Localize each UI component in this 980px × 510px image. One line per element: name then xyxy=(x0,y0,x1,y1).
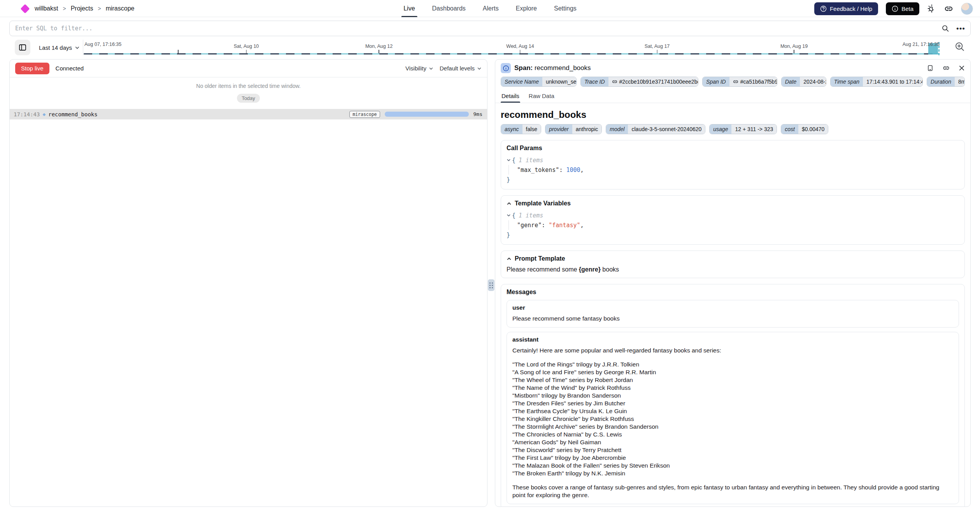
link-icon[interactable] xyxy=(612,79,617,84)
grip-icon[interactable] xyxy=(488,279,494,291)
default-levels-dropdown[interactable]: Default levels xyxy=(440,65,482,72)
beta-button[interactable]: Beta xyxy=(886,2,919,15)
close-icon[interactable] xyxy=(959,65,965,71)
timeline-tick: Sat, Aug 10 xyxy=(234,44,259,53)
panel-left-icon xyxy=(18,43,27,52)
template-variables-card: Template Variables { 1 items "genre": "f… xyxy=(501,195,965,245)
book-list: "The Lord of the Rings" trilogy by J.R.R… xyxy=(512,361,953,477)
main-area: Stop live Connected Visibility Default l… xyxy=(9,59,971,507)
span-diamond-icon: ◆ xyxy=(42,111,46,117)
chevron-down-icon xyxy=(477,66,482,71)
search-icon[interactable] xyxy=(941,25,949,32)
brand-logo-icon xyxy=(20,4,30,13)
empty-window-message: No older items in the selected time wind… xyxy=(10,83,487,89)
prompt-template-card: Prompt Template Please recommend some {g… xyxy=(501,251,965,278)
messages-title: Messages xyxy=(507,289,959,296)
time-range-select[interactable]: Last 14 days xyxy=(39,40,80,55)
prompt-template-text: Please recommend some {genre} books xyxy=(507,266,959,273)
call-params-card: Call Params { 1 items "max_tokens": 1000… xyxy=(501,140,965,189)
span-list-item[interactable]: 17:14:43 ◆ recommend_books mirascope 9ms xyxy=(10,109,487,119)
prompt-template-title[interactable]: Prompt Template xyxy=(507,255,959,262)
span-detail-header: Span: recommend_books xyxy=(495,60,970,76)
chevron-right-icon: > xyxy=(97,5,102,12)
zoom-in-button[interactable] xyxy=(954,41,965,52)
book-line: "The Broken Earth" trilogy by N.K. Jemis… xyxy=(512,470,953,477)
book-line: "American Gods" by Neil Gaiman xyxy=(512,438,953,446)
timeline-start-label: Aug 07, 17:16:35 xyxy=(84,42,121,47)
panel-resize-handle[interactable] xyxy=(487,59,495,507)
nav-tab[interactable]: Alerts xyxy=(483,0,499,17)
beta-label: Beta xyxy=(901,5,913,12)
sidebar-toggle-button[interactable] xyxy=(15,40,30,55)
book-line: "The Malazan Book of the Fallen" series … xyxy=(512,462,953,470)
detail-tabs: DetailsRaw Data xyxy=(495,91,970,103)
timeline-plot[interactable]: Aug 07, 17:16:35 Sat, Aug 10 Mon, Aug 12… xyxy=(84,40,940,55)
avatar[interactable] xyxy=(961,3,973,15)
zoom-in-icon xyxy=(954,41,965,52)
duration-bar xyxy=(385,112,469,117)
info-circle-icon xyxy=(503,65,509,72)
call-params-json: { 1 items "max_tokens": 1000, } xyxy=(507,155,959,184)
span-name: recommend_books xyxy=(48,111,97,117)
span-name-text: recommend_books xyxy=(533,64,591,72)
book-line: "Mistborn" trilogy by Brandon Sanderson xyxy=(512,392,953,400)
share-link-icon[interactable] xyxy=(944,4,953,13)
nav-tab[interactable]: Settings xyxy=(554,0,577,17)
timeline-tick: Wed, Aug 14 xyxy=(506,44,534,53)
meta-badge: Span ID #ca51b6a7f5b9dd7f xyxy=(702,77,777,87)
chevron-down-icon xyxy=(75,45,80,50)
breadcrumb: willbakst > Projects > mirascope xyxy=(22,0,134,17)
meta-badge: Time span 17:14:43.901 to 17:14:43.909 xyxy=(830,77,923,87)
default-levels-label: Default levels xyxy=(440,65,475,72)
book-line: "The First Law" trilogy by Joe Abercromb… xyxy=(512,454,953,462)
duration-text: 9ms xyxy=(473,111,482,117)
collapse-caret-icon[interactable] xyxy=(507,158,511,162)
messages-card: Messages user Please recommend some fant… xyxy=(501,284,965,507)
detail-tab[interactable]: Details xyxy=(501,93,519,103)
sql-filter-input[interactable] xyxy=(9,21,971,36)
timeline-bar: Last 14 days Aug 07, 17:16:35 Sat, Aug 1… xyxy=(9,39,971,57)
info-circle-icon xyxy=(892,5,898,12)
span-title-heading: recommend_books xyxy=(501,109,965,120)
collapse-caret-icon[interactable] xyxy=(507,213,511,217)
timeline-tick xyxy=(178,50,179,53)
timeline-end-label: Aug 21, 17:16:35 xyxy=(903,42,940,47)
span-panel-title: Span: recommend_books xyxy=(514,64,591,72)
chevron-right-icon: > xyxy=(62,5,67,12)
detail-tab[interactable]: Raw Data xyxy=(529,93,554,103)
span-time: 17:14:43 xyxy=(14,111,40,117)
template-variables-json: { 1 items "genre": "fantasy", } xyxy=(507,210,959,240)
detail-body: recommend_books async false provider ant… xyxy=(495,103,970,507)
book-line: "The Lord of the Rings" trilogy by J.R.R… xyxy=(512,361,953,368)
assistant-message: assistant Certainly! Here are some popul… xyxy=(507,332,959,504)
attribute-badge: async false xyxy=(501,124,541,134)
nav-tab[interactable]: Live xyxy=(403,0,415,17)
visibility-dropdown[interactable]: Visibility xyxy=(405,65,433,72)
chevron-up-icon xyxy=(507,256,512,261)
chevron-up-icon xyxy=(507,201,512,206)
copy-link-icon[interactable] xyxy=(943,65,950,72)
message-role: user xyxy=(512,304,953,311)
book-line: "The Discworld" series by Terry Pratchet… xyxy=(512,446,953,454)
connection-status: Connected xyxy=(56,65,84,72)
book-line: "The Dresden Files" series by Jim Butche… xyxy=(512,400,953,407)
breadcrumb-org[interactable]: willbakst xyxy=(35,5,58,12)
nav-tab[interactable]: Explore xyxy=(516,0,537,17)
template-variables-title[interactable]: Template Variables xyxy=(507,200,959,207)
theme-toggle-icon[interactable] xyxy=(927,4,936,13)
time-range-label: Last 14 days xyxy=(39,44,72,51)
feedback-help-button[interactable]: Feedback / Help xyxy=(814,2,878,15)
nav-tab[interactable]: Dashboards xyxy=(432,0,466,17)
dock-panel-icon[interactable] xyxy=(927,65,934,72)
stop-live-button[interactable]: Stop live xyxy=(15,63,49,74)
more-options-icon[interactable]: ••• xyxy=(956,25,965,32)
link-icon[interactable] xyxy=(733,79,738,84)
scope-badge: mirascope xyxy=(349,111,380,118)
breadcrumb-projects[interactable]: Projects xyxy=(71,5,93,12)
message-intro: Certainly! Here are some popular and wel… xyxy=(512,347,953,354)
filter-bar: ••• xyxy=(9,21,971,36)
message-outro: These books cover a range of fantasy sub… xyxy=(512,484,953,499)
span-attributes-row: async false provider anthropic model cla… xyxy=(501,124,965,134)
question-circle-icon xyxy=(820,5,827,12)
breadcrumb-project[interactable]: mirascope xyxy=(106,5,135,12)
